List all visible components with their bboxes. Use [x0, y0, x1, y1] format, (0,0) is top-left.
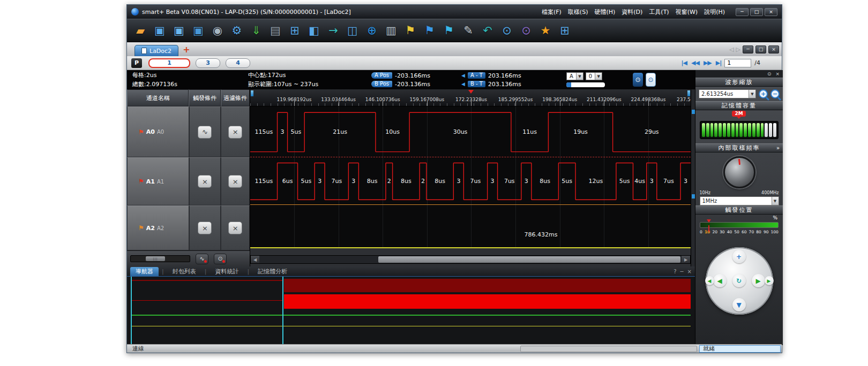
channel-name-cell[interactable]: ⚑A1A1 — [127, 157, 189, 205]
film-icon[interactable]: ▥ — [384, 23, 398, 38]
doc-restore-button[interactable]: □ — [755, 45, 766, 54]
menu-視窗(W)[interactable]: 視窗(W) — [676, 8, 698, 16]
repeat-button[interactable]: ↻ — [732, 274, 746, 287]
calculator-icon[interactable]: ⊞ — [558, 23, 572, 38]
navigator-cursor-0[interactable] — [131, 277, 132, 345]
step-back-button[interactable]: ◀ — [705, 276, 714, 285]
left-cursor-marker[interactable] — [251, 90, 253, 96]
trigger-condition-button[interactable]: ∿ — [198, 126, 212, 139]
more-icon[interactable]: » — [776, 145, 780, 151]
doc-close-button[interactable]: × — [768, 45, 779, 54]
navigator-canvas[interactable] — [127, 276, 695, 345]
flag-a-icon[interactable]: ⚑ — [403, 23, 417, 38]
play-button[interactable]: ▶ — [752, 274, 765, 287]
search-settings-icon[interactable]: ⊙ — [519, 23, 533, 38]
settings-tools-icon[interactable]: ⚙ — [230, 23, 244, 38]
panel-control-1[interactable]: ─ — [680, 269, 684, 274]
save-all-icon[interactable]: ▣ — [191, 23, 205, 38]
panel-tab-導航器[interactable]: 導航器 — [130, 267, 159, 276]
undo-icon[interactable]: ↶ — [481, 23, 495, 38]
waveform-h-scrollbar[interactable]: ◀ ▶ — [250, 255, 691, 264]
pin-icon[interactable]: ⊙ — [767, 71, 772, 77]
save-icon[interactable]: ▣ — [153, 23, 167, 38]
restore-button[interactable]: □ — [750, 8, 763, 16]
waveform-row-A2[interactable]: 786.432ms — [250, 205, 691, 248]
channel-row-A0[interactable]: ⚑A0A0∿× — [127, 106, 250, 157]
right-cursor-marker[interactable] — [687, 90, 690, 96]
connector-icon[interactable]: ⊕ — [365, 23, 379, 38]
zoom-out-icon[interactable]: − — [770, 89, 780, 98]
page-nav-1-icon[interactable]: ◀◀ — [691, 59, 699, 66]
flag-b-icon[interactable]: ⚑ — [423, 23, 437, 38]
filter-quick-button[interactable]: ⊙ — [214, 254, 227, 264]
menu-硬體(H)[interactable]: 硬體(H) — [594, 8, 615, 16]
save-as-icon[interactable]: ▣ — [172, 23, 186, 38]
menu-說明(H)[interactable]: 說明(H) — [704, 8, 725, 16]
doc-minimize-button[interactable]: ─ — [743, 45, 753, 54]
goto-b-button[interactable]: ⊙ — [646, 73, 656, 87]
waveform-scroll-thumb[interactable] — [378, 256, 680, 263]
page-button-1[interactable]: 1 — [148, 58, 190, 68]
index-select[interactable]: 0▼ — [586, 72, 602, 80]
navigator-cursor-1[interactable] — [282, 277, 283, 345]
menu-資料(D)[interactable]: 資料(D) — [622, 8, 642, 16]
waveform-row-A0[interactable]: 115us35us21us10us30us11us19us29us — [250, 106, 691, 157]
page-nav-0-icon[interactable]: |◀ — [681, 59, 686, 66]
panel-control-0[interactable]: ? — [674, 269, 676, 274]
menu-取樣(S)[interactable]: 取樣(S) — [568, 8, 588, 16]
frequency-knob[interactable] — [723, 156, 755, 188]
frequency-select[interactable]: 1MHz▼ — [700, 196, 779, 205]
waveform-row-A1[interactable]: 115us6us5us37us38us28us28us37us37us38us5… — [250, 157, 691, 205]
page-button-4[interactable]: 4 — [226, 58, 250, 68]
sidebar-close-icon[interactable]: × — [775, 71, 780, 77]
filter-condition-button[interactable]: × — [228, 126, 242, 139]
open-folder-icon[interactable]: ▰ — [133, 23, 147, 38]
tab-nav-left-icon[interactable]: ◁ — [729, 46, 734, 53]
pan-hand-button[interactable]: + — [732, 250, 746, 263]
zoom-in-icon[interactable]: + — [759, 89, 768, 98]
navigation-pad[interactable]: +▶↻◀▼◀▶ — [706, 247, 773, 315]
waveform-v-scrollbar[interactable] — [691, 89, 695, 266]
trigger-position-marker[interactable] — [707, 219, 711, 223]
camera-icon[interactable]: ◉ — [211, 23, 225, 38]
zoom-select[interactable]: 2.613254us▼ — [699, 89, 756, 98]
trigger-condition-button[interactable]: × — [198, 222, 212, 234]
channel-name-cell[interactable]: ⚑A2A2 — [127, 205, 189, 250]
panel-control-2[interactable]: × — [687, 269, 692, 274]
channel-name-cell[interactable]: ⚑A0A0 — [127, 106, 189, 157]
download-icon[interactable]: ⇓ — [249, 23, 263, 38]
scroll-thumb[interactable]: ||| — [146, 256, 165, 261]
search-icon[interactable]: ⊙ — [500, 23, 514, 38]
panel-tab-記憶體分析[interactable]: 記憶體分析 — [252, 267, 293, 276]
page-nav-3-icon[interactable]: ▶| — [716, 59, 721, 66]
flag-t-icon[interactable]: ⚑ — [442, 23, 456, 38]
note-icon[interactable]: ✎ — [461, 23, 475, 38]
goto-a-button[interactable]: ⊙ — [633, 73, 643, 87]
prev-button[interactable]: ◀ — [713, 274, 727, 287]
pages-icon[interactable]: ◫ — [346, 23, 360, 38]
step-forward-button[interactable]: ▶ — [765, 276, 774, 285]
tab-nav-right-icon[interactable]: ▷ — [736, 46, 740, 53]
cursor-select[interactable]: A▼ — [566, 72, 583, 80]
export-icon[interactable]: → — [326, 23, 340, 38]
page-nav-2-icon[interactable]: ▶▶ — [704, 59, 712, 66]
trigger-marker[interactable] — [468, 90, 474, 94]
menu-工具(T)[interactable]: 工具(T) — [649, 8, 669, 16]
trigger-quick-button[interactable]: ∿ — [196, 254, 208, 264]
channel-row-A1[interactable]: ⚑A1A1×× — [127, 157, 250, 205]
page-button-3[interactable]: 3 — [196, 58, 220, 68]
down-button[interactable]: ▼ — [732, 298, 746, 311]
menu-檔案(F)[interactable]: 檔案(F) — [542, 8, 562, 16]
favorites-icon[interactable]: ★ — [538, 23, 552, 38]
memory-stack-icon[interactable]: ▤ — [268, 23, 282, 38]
minimize-button[interactable]: ─ — [736, 8, 749, 16]
channel-h-scrollbar[interactable]: ||| — [130, 255, 190, 262]
page-input[interactable] — [724, 59, 751, 67]
panel-tab-封包列表[interactable]: 封包列表 — [167, 267, 201, 276]
close-button[interactable]: × — [765, 8, 777, 16]
new-tab-button[interactable]: + — [183, 44, 190, 55]
page-mode-button[interactable]: P — [131, 58, 142, 68]
scroll-right-button[interactable]: ▶ — [682, 256, 690, 263]
layout-window-icon[interactable]: ◧ — [307, 23, 321, 38]
trigger-position-slider[interactable] — [700, 222, 779, 228]
